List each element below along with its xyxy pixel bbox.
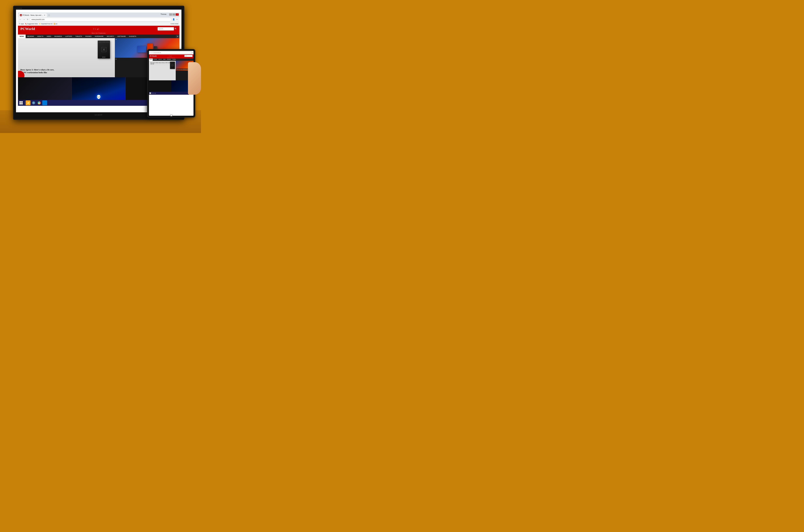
side-bottom-label: b — [116, 58, 116, 60]
window-controls: _ □ ✕ — [169, 13, 179, 16]
tablet-bottom-row — [149, 80, 194, 92]
maximize-button[interactable]: □ — [172, 13, 176, 16]
tablet-fwd-btn[interactable]: → — [151, 52, 152, 53]
nav-security[interactable]: SECURITY — [105, 35, 116, 38]
nav-howto[interactable]: HOW-TO — [36, 35, 45, 38]
tablet-nav-reviews[interactable]: REVIEWS — [153, 58, 158, 61]
hero-text-overlay: Boxx Apexx 5: Here's what a 36-core, 5-G… — [20, 69, 56, 74]
tablet-nav-phones[interactable]: PHONES — [172, 58, 177, 61]
menu-icon[interactable]: ≡ — [176, 18, 179, 21]
tablet-search-input[interactable] — [184, 55, 193, 57]
forward-button[interactable]: → — [22, 18, 25, 21]
tablet-boxx-tower — [170, 62, 175, 69]
bottom-article-2: 💀 — [72, 77, 126, 100]
tablet-social: f t g+ — [169, 55, 172, 56]
win-quad-3 — [19, 103, 21, 104]
tablet-pcworld-logo: PCWorld — [150, 55, 157, 57]
win-quad-2 — [21, 101, 23, 103]
taskbar-steam-button[interactable] — [31, 100, 36, 105]
bookmark-imported[interactable]: 📁 Imported From IE — [39, 23, 53, 25]
nav-more-button[interactable]: ▼ — [176, 35, 180, 38]
nav-hardware[interactable]: HARDWARE — [93, 35, 105, 38]
tablet-nav-video[interactable]: VIDEO — [163, 58, 166, 61]
search-icon: 🔍 — [175, 28, 177, 30]
win-quad-1 — [19, 101, 21, 103]
nav-video[interactable]: VIDEO — [45, 35, 53, 38]
tablet-nav-business[interactable]: BUSINESS — [166, 58, 172, 61]
boxx-case: BOXX — [98, 41, 110, 58]
laptop-device — [137, 46, 146, 53]
minimize-button[interactable]: _ — [169, 13, 172, 16]
back-button[interactable]: ← — [19, 18, 22, 21]
tablet-pcworld-site: PCWorld f t g+ Work. Life. Productivity.… — [149, 54, 194, 116]
nav-news[interactable]: NEWS — [18, 35, 25, 38]
tablet-taskbar-icons: ⊡ ⊡ ⊡ — [152, 93, 156, 94]
nav-business[interactable]: BUSINESS — [53, 35, 63, 38]
toolbar-right: 👤 ≡ — [172, 18, 179, 21]
tablet-tw-icon: t — [170, 55, 170, 56]
nav-phones[interactable]: PHONES — [84, 35, 93, 38]
tablet-browser-chrome: ← → www.pcworld.com ≡ — [149, 51, 194, 54]
bookmark-apps[interactable]: ⠿ Apps — [19, 23, 24, 25]
user-icon[interactable]: 👤 — [172, 18, 175, 21]
nav-reviews[interactable]: REVIEWS — [25, 35, 36, 38]
search-input[interactable] — [158, 27, 174, 31]
windows-start-button[interactable] — [19, 101, 23, 105]
nav-tablets[interactable]: TABLETS — [74, 35, 84, 38]
tablet-start-button[interactable] — [149, 92, 151, 94]
close-button[interactable]: ✕ — [176, 13, 179, 16]
tablet-pcworld-header: PCWorld f t g+ — [149, 54, 194, 57]
boxx-tower-visual: BOXX — [98, 41, 110, 58]
tab-close-button[interactable]: ✕ — [43, 14, 45, 16]
aquos-label: AQUOS — [16, 7, 22, 9]
browser-tab[interactable]: ⏻ PCWorld - News, tips and ... ✕ — [19, 13, 47, 17]
bookmark-suggested[interactable]: 🔖 Suggested Sites — [25, 23, 38, 25]
tablet-wq2 — [150, 92, 151, 93]
tq3 — [171, 116, 171, 116]
tab-favicon: ⏻ — [20, 14, 22, 16]
googleplus-icon: g+ — [97, 28, 99, 30]
tq1 — [171, 115, 171, 116]
nav-gadgets[interactable]: GADGETS — [127, 35, 138, 38]
sharp-label: SHARP — [95, 114, 103, 116]
tablet-menu-icon[interactable]: ≡ — [192, 52, 193, 53]
tablet-windows-button[interactable] — [170, 114, 172, 117]
taskbar-folder-button[interactable]: 📁 — [25, 100, 31, 105]
search-area: 🔍 — [158, 27, 177, 31]
refresh-button[interactable]: ↻ — [26, 18, 29, 21]
new-tab-button[interactable]: □ — [47, 14, 51, 17]
tablet-nav-howto[interactable]: HOW-TO — [158, 58, 163, 61]
tablet-address-bar[interactable]: www.pcworld.com — [153, 52, 191, 54]
tablet-nav: NEWS REVIEWS HOW-TO VIDEO BUSINESS PHONE… — [149, 58, 194, 61]
tablet-back-btn[interactable]: ← — [150, 52, 151, 53]
skull-article-bg: 💀 — [72, 77, 126, 100]
folder-bookmark-icon: 📁 — [39, 23, 41, 25]
nav-laptops[interactable]: LAPTOPS — [63, 35, 74, 38]
tablet-taskbar: ⊡ ⊡ ⊡ — [149, 92, 194, 95]
hero-headline: Boxx Apexx 5: Here's what a 36-core, 5-G… — [20, 69, 56, 74]
tablet-nav-btns: ← → — [150, 52, 152, 53]
bottom-article-1 — [18, 77, 72, 100]
taskbar-chrome-button[interactable] — [37, 100, 42, 105]
nav-software[interactable]: SOFTWARE — [116, 35, 127, 38]
tab-bar: ⏻ PCWorld - News, tips and ... ✕ □ Thoma… — [18, 13, 180, 17]
hand — [188, 62, 201, 95]
tablet-wq1 — [149, 92, 150, 93]
tablet-wq4 — [150, 93, 151, 94]
twitter-icon: t — [95, 28, 96, 30]
bookmark-suggested-icon: 🔖 — [25, 23, 27, 25]
dark-article-bg — [18, 77, 72, 100]
tablet-nav-news[interactable]: NEWS — [149, 58, 153, 61]
toolbar: ← → ↻ www.pcworld.com 👤 ≡ — [18, 17, 180, 22]
skull-icon: 💀 — [96, 95, 101, 99]
boxx-text: BOXX — [102, 57, 106, 58]
tab-title: PCWorld - News, tips and ... — [22, 14, 43, 16]
apps-grid-icon: ⠿ — [19, 23, 20, 25]
bookmark-se[interactable]: 🔁 se — [54, 23, 57, 25]
win-quad-4 — [21, 103, 23, 104]
chrome-icon — [38, 101, 41, 104]
hero-article: BOXX — [18, 38, 115, 77]
address-bar[interactable]: www.pcworld.com — [30, 18, 171, 21]
taskbar-settings-button[interactable]: ⚙ — [42, 100, 47, 105]
tablet-screen: ← → www.pcworld.com ≡ PCWorld f t g+ — [149, 51, 194, 116]
